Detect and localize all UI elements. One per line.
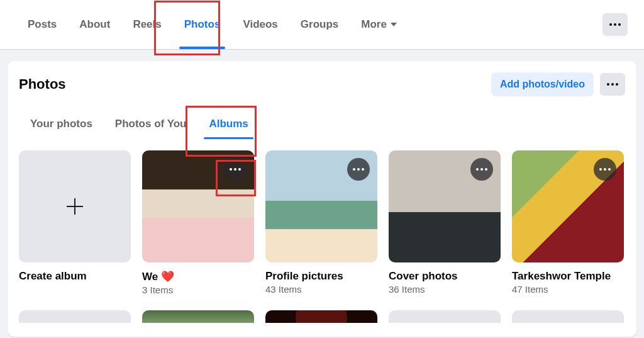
plus-icon [67,198,83,215]
albums-grid-row-2 [19,310,625,323]
album-thumbnail[interactable] [512,150,624,262]
album-title: We ❤️ [142,270,254,283]
tab-reels[interactable]: Reels [121,0,172,49]
profile-tabs: Posts About Reels Photos Videos Groups M… [16,0,408,49]
profile-nav: Posts About Reels Photos Videos Groups M… [0,0,644,50]
album-count: 43 Items [265,284,377,295]
chevron-down-icon [391,23,397,26]
album-title: Tarkeshwor Temple [512,270,624,283]
album-more-button[interactable] [224,158,247,181]
album-title-text: We ❤️ [142,270,174,283]
album-title: Profile pictures [265,270,377,283]
photos-card-header: Photos Add photos/video [19,72,625,96]
ellipsis-icon [607,83,618,86]
tab-videos[interactable]: Videos [231,0,289,49]
album-thumbnail[interactable] [389,150,501,262]
profile-more-button[interactable] [602,13,628,36]
album-more-button[interactable] [594,158,616,181]
tab-more-label: More [361,18,387,31]
photos-more-button[interactable] [600,73,625,96]
album-item: Profile pictures 43 Items [265,150,377,295]
album-thumbnail[interactable] [19,310,131,323]
subtab-albums[interactable]: Albums [197,109,259,139]
album-more-button[interactable] [347,158,370,181]
photos-card: Photos Add photos/video Your photos Phot… [8,61,636,337]
album-count: 3 Items [142,284,254,295]
album-create: Create album [19,150,131,295]
album-item: We ❤️ 3 Items [142,150,254,295]
subtab-photos-of-you[interactable]: Photos of You [104,109,198,139]
album-item: Cover photos 36 Items [389,150,501,295]
subtab-your-photos[interactable]: Your photos [19,109,104,139]
album-item: Tarkeshwor Temple 47 Items [512,150,624,295]
photos-actions: Add photos/video [491,72,625,96]
tab-posts[interactable]: Posts [16,0,68,49]
album-thumbnail[interactable] [142,150,254,262]
photos-title: Photos [19,76,66,93]
albums-grid: Create album We ❤️ 3 Items Profile pictu… [19,150,625,295]
tab-photos[interactable]: Photos [173,0,232,49]
album-thumbnail[interactable] [265,150,377,262]
tab-groups[interactable]: Groups [289,0,350,49]
album-thumbnail[interactable] [389,310,501,323]
album-count: 47 Items [512,284,624,295]
photos-subtabs: Your photos Photos of You Albums [19,109,625,139]
album-thumbnail[interactable] [142,310,254,323]
album-more-button[interactable] [470,158,493,181]
profile-nav-actions [602,0,628,49]
album-count: 36 Items [389,284,501,295]
album-thumbnail[interactable] [512,310,624,323]
album-thumbnail[interactable] [265,310,377,323]
ellipsis-icon [609,23,621,26]
album-title: Cover photos [389,270,501,283]
add-photos-button[interactable]: Add photos/video [491,72,594,96]
create-album-label: Create album [19,270,131,283]
create-album-tile[interactable] [19,150,131,262]
tab-about[interactable]: About [68,0,121,49]
tab-more[interactable]: More [350,0,408,49]
